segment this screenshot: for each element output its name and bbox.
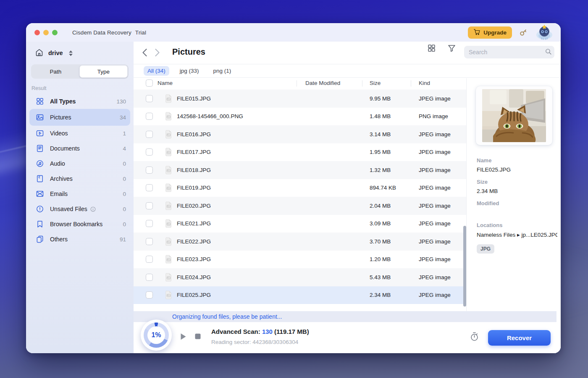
sidebar-item-all-types[interactable]: All Types130: [29, 94, 130, 109]
drive-label: drive: [48, 50, 63, 56]
zoom-button[interactable]: [52, 30, 58, 35]
row-checkbox[interactable]: [146, 256, 153, 263]
row-checkbox[interactable]: [146, 291, 153, 299]
row-checkbox[interactable]: [146, 184, 153, 191]
filter-all-34[interactable]: All (34): [144, 66, 169, 76]
row-checkbox[interactable]: [146, 148, 153, 156]
row-checkbox[interactable]: [146, 238, 153, 245]
traffic-lights: [34, 30, 58, 35]
result-section-label: Result: [32, 85, 134, 91]
row-checkbox[interactable]: [146, 274, 153, 281]
table-row[interactable]: FILE023.JPG1.20 MBJPEG image: [134, 251, 466, 269]
table-row[interactable]: FILE016.JPG3.14 MBJPEG image: [134, 125, 466, 143]
sidebar-item-audio[interactable]: Audio0: [29, 156, 130, 171]
table-row[interactable]: FILE019.JPG894.74 KBJPEG image: [134, 179, 466, 197]
sidebar-item-others[interactable]: Others91: [29, 232, 130, 247]
column-date-modified[interactable]: Date Modified: [305, 80, 340, 86]
filter-jpg-33[interactable]: jpg (33): [176, 66, 203, 76]
sidebar: drive PathType Result All Types130Pictur…: [26, 42, 134, 353]
sidebar-item-count: 1: [123, 130, 126, 137]
sidebar-item-unsaved-files[interactable]: Unsaved Files0: [29, 201, 130, 217]
row-checkbox[interactable]: [146, 220, 153, 227]
stop-scan-button[interactable]: [194, 332, 202, 341]
table-row[interactable]: FILE022.JPG3.70 MBJPEG image: [134, 233, 466, 251]
file-name: FILE023.JPG: [177, 256, 211, 262]
filter-icon[interactable]: [445, 42, 458, 54]
scan-count: 130: [262, 328, 273, 335]
tab-path[interactable]: Path: [32, 65, 79, 78]
table-row[interactable]: FILE017.JPG1.95 MBJPEG image: [134, 143, 466, 161]
tab-type[interactable]: Type: [79, 65, 128, 78]
close-button[interactable]: [34, 30, 40, 35]
file-size: 9.95 MB: [370, 95, 391, 102]
sidebar-item-label: Unsaved Files: [50, 206, 96, 212]
sidebar-item-emails[interactable]: Emails0: [29, 186, 130, 201]
sidebar-item-videos[interactable]: Videos1: [29, 126, 130, 141]
videos-icon: [35, 129, 45, 138]
scan-summary: Advanced Scan: 130 (119.17 MB): [211, 328, 309, 335]
forward-arrow-icon[interactable]: [152, 47, 163, 58]
table-row[interactable]: FILE021.JPG3.09 MBJPEG image: [134, 215, 466, 233]
page-title: Pictures: [172, 47, 205, 57]
table-row[interactable]: FILE020.JPG2.04 MBJPEG image: [134, 197, 466, 215]
sidebar-item-pictures[interactable]: Pictures34: [29, 109, 130, 126]
table-row[interactable]: FILE015.JPG9.95 MBJPEG image: [134, 90, 466, 108]
scan-label: Advanced Scan:: [211, 328, 260, 335]
info-icon[interactable]: [90, 206, 96, 212]
drive-stepper-icon[interactable]: [68, 50, 73, 56]
table-row[interactable]: 142568-145466_000.PNG1.48 MBPNG image: [134, 108, 466, 126]
file-name: FILE022.JPG: [177, 238, 211, 245]
file-name: FILE019.JPG: [177, 185, 211, 191]
file-name: FILE025.JPG: [177, 292, 211, 298]
sidebar-item-documents[interactable]: Documents4: [29, 141, 130, 156]
select-all-checkbox[interactable]: [146, 79, 153, 87]
upgrade-button[interactable]: Upgrade: [468, 26, 512, 39]
sidebar-item-count: 91: [120, 236, 126, 243]
mascot-avatar[interactable]: [534, 24, 555, 41]
column-size[interactable]: Size: [370, 80, 381, 86]
image-file-icon: [165, 148, 172, 156]
sidebar-item-count: 34: [120, 114, 126, 121]
search-box[interactable]: [464, 46, 554, 58]
sidebar-item-label: Emails: [50, 190, 68, 197]
vertical-scrollbar[interactable]: [463, 226, 466, 307]
key-icon[interactable]: [518, 28, 528, 37]
detail-size-value: 2.34 MB: [477, 188, 498, 194]
emails-icon: [35, 189, 45, 198]
file-name: FILE017.JPG: [177, 149, 211, 155]
table-row[interactable]: FILE018.JPG1.32 MBJPEG image: [134, 161, 466, 179]
file-name: 142568-145466_000.PNG: [177, 113, 243, 119]
filter-png-1[interactable]: png (1): [210, 66, 235, 76]
row-checkbox[interactable]: [146, 167, 153, 174]
sidebar-item-archives[interactable]: Archives0: [29, 171, 130, 186]
file-kind: JPEG image: [419, 149, 451, 155]
recover-button[interactable]: Recover: [488, 330, 551, 346]
row-checkbox[interactable]: [146, 113, 153, 120]
image-file-icon: [165, 112, 172, 121]
file-size: 2.04 MB: [370, 203, 391, 209]
table-row[interactable]: FILE025.JPG2.34 MBJPEG image: [134, 286, 466, 304]
row-checkbox[interactable]: [146, 202, 153, 209]
file-name: FILE018.JPG: [177, 167, 211, 173]
column-kind[interactable]: Kind: [419, 80, 430, 86]
row-checkbox[interactable]: [146, 95, 153, 102]
column-divider: [297, 80, 297, 87]
grid-view-icon[interactable]: [425, 42, 438, 54]
reading-sector-text: Reading sector: 442368/30306304: [211, 339, 298, 345]
file-kind: JPEG image: [419, 220, 451, 227]
table-row[interactable]: FILE024.JPG5.43 MBJPEG image: [134, 268, 466, 286]
drive-selector[interactable]: drive: [26, 43, 134, 63]
sidebar-item-browser-bookmarks[interactable]: Browser Bookmarks0: [29, 217, 130, 232]
sidebar-item-label: Audio: [50, 160, 65, 167]
stopwatch-icon[interactable]: [470, 331, 479, 341]
column-name[interactable]: Name: [158, 80, 173, 86]
sidebar-item-label: All Types: [50, 98, 76, 105]
resume-scan-button[interactable]: [179, 332, 187, 341]
back-arrow-icon[interactable]: [139, 47, 150, 58]
file-kind: JPEG image: [419, 256, 451, 262]
upgrade-label: Upgrade: [483, 29, 507, 36]
row-checkbox[interactable]: [146, 131, 153, 138]
image-file-icon: [165, 94, 172, 103]
minimize-button[interactable]: [43, 30, 49, 35]
search-input[interactable]: [469, 49, 545, 56]
